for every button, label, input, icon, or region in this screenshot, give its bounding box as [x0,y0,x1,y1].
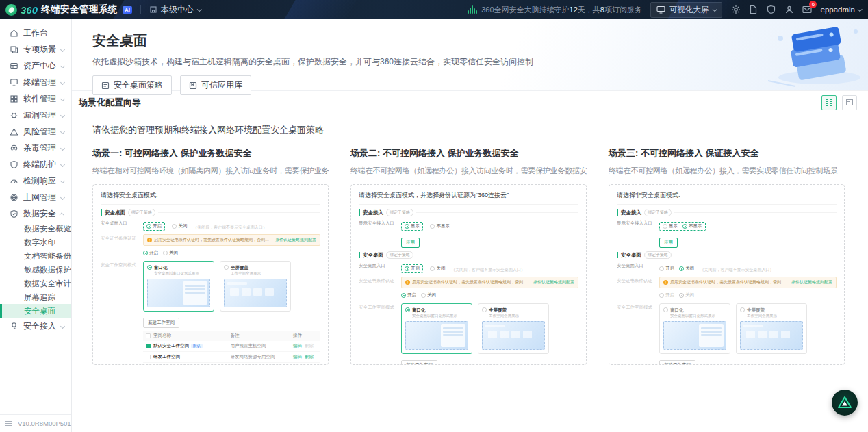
ai-badge: AI [123,6,132,14]
chevron-down-icon [197,7,202,12]
sidebar-item-vulnerability-mgmt[interactable]: 漏洞管理 [0,107,71,123]
new-workspace-button[interactable]: 新建工作空间 [143,318,179,328]
assistant-logo-button[interactable] [832,390,858,416]
user-group-icon[interactable] [784,5,794,15]
scenario-2-preview-card[interactable]: 请选择安全桌面模式，并选择身份认证源为“360连接云” 安全接入 绑定子策略 显… [350,184,587,365]
radio-on[interactable]: 开启 [401,292,416,298]
shield-icon [10,160,18,169]
secure-desktop-policy-button[interactable]: 安全桌面策略 [92,75,172,95]
sidebar-item-internet-mgmt[interactable]: 上网管理 [0,189,71,205]
chevron-down-icon [858,7,863,12]
mode-fullscreen-card[interactable]: 全屏覆盖工作空间全屏展示 [478,303,549,354]
center-menu-dropdown[interactable]: 本级中心 [149,4,201,16]
scenario-1-title: 场景一: 可控网络接入 保护业务数据安全 [92,147,329,160]
list-view-toggle-button[interactable] [842,95,857,110]
window-mode-thumbnail [147,279,210,307]
radio-on[interactable]: 开启 [405,266,420,272]
cert-rule-config-link[interactable]: 条件认证策略规则配置 [275,237,316,243]
preview-instruction: 请选择安全桌面模式，并选择身份认证源为“360连接云” [359,191,578,205]
sidebar-item-special-scenes[interactable]: 专项场景 [0,41,71,58]
mode-fullscreen-card[interactable]: 全屏覆盖工作空间全屏展示 [220,261,291,312]
selected-option-box: 显示 不显示 [659,222,706,231]
mode-window-card: 窗口化安全桌面以窗口化形式展示 [659,303,730,354]
apply-button[interactable]: 应用 [659,238,678,248]
radio-on[interactable]: 开启 [143,250,158,256]
sidebar-item-software-mgmt[interactable]: 软件管理 [0,90,71,107]
scenario-1-preview-card[interactable]: 请选择安全桌面模式: 安全桌面 绑定子策略 安全桌面入口 开启 关闭 （ [92,184,329,365]
version-label: V10.0R8M00P501 [18,420,71,427]
edit-link[interactable]: 编辑 [293,343,302,348]
sidebar-subitem-data-security-audit[interactable]: 数据安全审计 [0,277,71,290]
radio-off: 关闭 [679,292,694,298]
settings-gear-icon[interactable] [730,5,741,15]
cert-rule-config-link[interactable]: 条件认证策略规则配置 [533,279,574,285]
visualization-screen-button[interactable]: 可视化大屏 [650,2,723,18]
desktop-entry-label: 安全桌面入口 [101,219,143,227]
radio-on[interactable]: 开启 [146,223,162,229]
sidebar-subitem-screen-tracking[interactable]: 屏幕追踪 [0,290,71,304]
new-workspace-button[interactable]: 新建工作空间 [401,360,437,365]
topbar: 360 终端安全管理系统 AI 本级中心 360全网安全大脑持续守护12天，共8… [0,0,868,19]
radio-on[interactable]: 开启 [659,266,674,272]
trusted-app-library-button[interactable]: 可信应用库 [180,75,251,95]
radio-off[interactable]: 关闭 [430,266,445,272]
fullscreen-mode-thumbnail [740,321,803,350]
row-checkbox[interactable] [146,344,151,348]
select-all-checkbox[interactable] [146,333,151,338]
preview-instruction: 请选择安全桌面模式: [101,191,320,205]
sidebar-item-secure-access[interactable]: 安全接入 [0,318,71,334]
radio-show[interactable]: 显示 [405,223,420,229]
radio-show[interactable]: 显示 [663,223,678,229]
radio-off[interactable]: 关闭 [172,223,187,229]
chevron-down-icon [60,162,65,166]
radio-off[interactable]: 关闭 [163,250,178,256]
scenario-1-desc: 终端在相对可控网络环境（如隔离内网）接入访问业务时，需要保护业务数据安全的场景 [92,166,329,176]
sidebar-subitem-data-security-overview[interactable]: 数据安全概览 [0,222,71,236]
mode-window-card[interactable]: 窗口化安全桌面以窗口化形式展示 [143,261,214,312]
sidebar-item-risk-mgmt[interactable]: 风险管理 [0,123,71,140]
new-workspace-button[interactable]: 新建工作空间 [659,360,695,365]
card-view-toggle-button[interactable] [821,95,837,110]
sidebar-item-data-security[interactable]: 数据安全 [0,205,71,222]
chevron-down-icon [60,323,65,328]
sidebar-subitem-sensitive-data-protection[interactable]: 敏感数据保护 [0,263,71,277]
access-section-header: 安全接入 绑定子策略 [359,209,578,216]
fullscreen-mode-thumbnail [224,279,287,307]
sidebar-subitem-digital-watermark[interactable]: 数字水印 [0,236,71,249]
security-brain-status[interactable]: 360全网安全大脑持续守护12天，共8项订阅服务 [468,5,642,15]
row-checkbox[interactable] [146,355,151,359]
shield-icon[interactable] [766,5,776,15]
sidebar-item-terminal-protection[interactable]: 终端防护 [0,156,71,173]
sidebar-item-terminal-mgmt[interactable]: 终端管理 [0,74,71,90]
radar-gauge-icon [10,177,18,186]
radio-hide[interactable]: 不显示 [682,223,702,229]
scenario-3-preview-card[interactable]: 请选择非安全桌面模式: 安全接入 绑定子策略 显示安全接入入口 显示 [609,184,845,365]
cert-rule-config-link[interactable]: 条件认证策略规则配置 [791,279,832,285]
access-entry-label: 显示安全接入入口 [359,219,401,227]
user-menu[interactable]: eppadmin [820,5,861,14]
edit-link[interactable]: 编辑 [293,354,302,359]
app-logo: 360 终端安全管理系统 AI [5,3,132,16]
window-mode-thumbnail [405,321,468,350]
sidebar-subitem-secure-desktop[interactable]: 安全桌面 [0,304,71,318]
radio-off[interactable]: 关闭 [421,292,436,298]
mail-icon[interactable]: 6 [802,5,812,15]
apply-button[interactable]: 应用 [401,238,420,248]
delete-link[interactable]: 删除 [305,354,314,359]
scenario-wizard-section: 场景化配置向导 请依据您的管理预期和终端接入网络环境配置安全桌面策略 场景一: … [72,90,868,365]
sidebar-item-antivirus-mgmt[interactable]: 杀毒管理 [0,140,71,156]
radio-on: 开启 [659,292,674,298]
radio-hide[interactable]: 不显示 [430,223,450,229]
mode-window-card[interactable]: 窗口化安全桌面以窗口化形式展示 [401,303,472,354]
document-icon[interactable] [748,5,758,15]
sidebar-item-workbench[interactable]: 工作台 [0,25,71,41]
building-icon [149,5,157,14]
sidebar-subitem-doc-smart-backup[interactable]: 文档智能备份 [0,249,71,263]
preview-instruction: 请选择非安全桌面模式: [617,191,837,205]
warning-icon: ! [663,280,668,285]
sidebar-item-asset-center[interactable]: 资产中心 [0,58,71,74]
sidebar-item-detection-response[interactable]: 检测响应 [0,173,71,189]
collapse-menu-icon[interactable] [5,421,12,426]
radio-off[interactable]: 关闭 [679,266,694,272]
warning-triangle-icon [10,127,18,136]
